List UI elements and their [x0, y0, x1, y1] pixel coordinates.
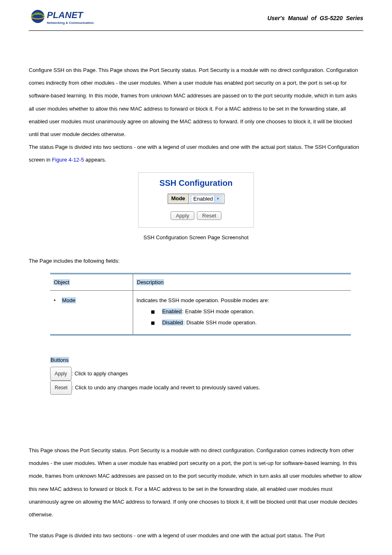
- figure-reference: Figure 4-12-5: [52, 157, 84, 163]
- intro-paragraph-1: Configure SSH on this Page. This Page sh…: [29, 64, 363, 141]
- buttons-heading: Buttons: [50, 354, 351, 367]
- desc-intro: Indicates the SSH mode operation. Possib…: [136, 295, 348, 306]
- square-bullet-icon: [151, 321, 154, 325]
- table-row: •Mode Indicates the SSH mode operation. …: [50, 290, 351, 335]
- mode-label: Mode: [168, 194, 189, 204]
- screenshot-caption: SSH Configuration Screen Page Screenshot: [29, 234, 363, 240]
- svg-point-0: [31, 10, 44, 23]
- apply-button[interactable]: Apply: [171, 211, 195, 220]
- reset-button-desc-row: Reset: Click to undo any changes made lo…: [50, 381, 351, 395]
- mode-select-value: Enabled: [194, 196, 213, 202]
- intro-p2-suffix: appears.: [84, 157, 106, 163]
- ssh-config-screenshot: SSH Configuration Mode Enabled ▾ Apply R…: [138, 172, 254, 228]
- reset-button[interactable]: Reset: [197, 211, 221, 220]
- port-security-p1: This Page shows the Port Security status…: [29, 444, 363, 521]
- th-description: Description: [133, 273, 351, 290]
- reset-inline-button[interactable]: Reset: [50, 381, 72, 395]
- td-description: Indicates the SSH mode operation. Possib…: [133, 290, 351, 335]
- apply-button-desc-row: Apply: Click to apply changes: [50, 367, 351, 381]
- intro-paragraph-2: The status Page is divided into two sect…: [29, 141, 363, 166]
- option-disabled: Disabled: Disable SSH mode operation.: [136, 317, 348, 328]
- fields-table: Object Description •Mode Indicates the S…: [50, 273, 351, 335]
- apply-inline-button[interactable]: Apply: [50, 367, 71, 381]
- page-header: PLANET Networking & Communication User's…: [29, 8, 363, 31]
- fields-intro: The Page includes the following fields:: [29, 254, 363, 267]
- table-header-row: Object Description: [50, 273, 351, 290]
- option-enabled: Enabled: Enable SSH mode operation.: [136, 306, 348, 317]
- reset-desc-text: : Click to undo any changes made locally…: [72, 384, 260, 391]
- td-object: •Mode: [50, 290, 133, 335]
- mode-select[interactable]: Enabled ▾: [191, 195, 223, 203]
- th-object: Object: [50, 273, 133, 290]
- port-security-p2: The status Page is divided into two sect…: [29, 529, 363, 542]
- mode-select-cell: Enabled ▾: [189, 194, 224, 204]
- apply-desc-text: : Click to apply changes: [71, 370, 128, 377]
- logo-brand-text: PLANET: [47, 10, 84, 20]
- logo-tag-text: Networking & Communication: [47, 21, 94, 25]
- logo: PLANET Networking & Communication: [29, 8, 103, 28]
- ssh-config-title: SSH Configuration: [138, 178, 254, 188]
- square-bullet-icon: [151, 310, 154, 314]
- buttons-section: Buttons Apply: Click to apply changes Re…: [50, 354, 351, 395]
- mode-row: Mode Enabled ▾: [168, 194, 225, 204]
- chevron-down-icon: ▾: [214, 196, 221, 202]
- manual-title: User's Manual of GS-5220 Series: [267, 15, 363, 21]
